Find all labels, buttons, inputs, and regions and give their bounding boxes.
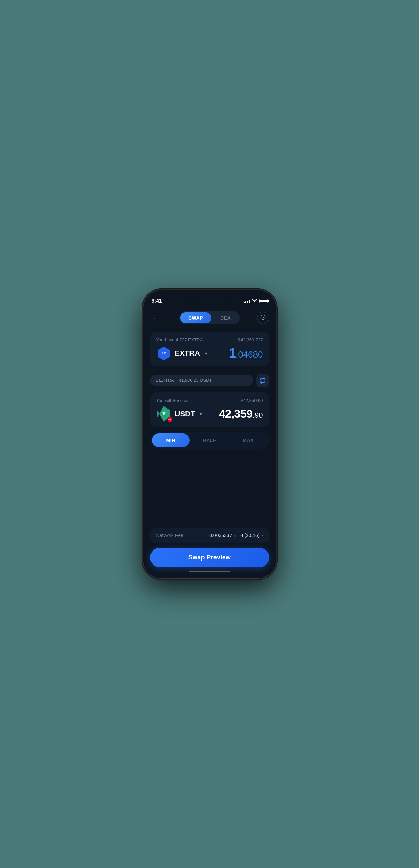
signal-bars-icon [244,299,250,303]
to-amount-decimal: .90 [252,411,263,419]
usdt-symbol: ₮ [162,411,165,416]
max-button[interactable]: MAX [229,433,267,447]
battery-icon [259,299,268,303]
phone-screen: 9:41 [143,290,276,578]
swap-direction-button[interactable] [256,374,269,387]
exchange-rate-text: 1 EXTRA = 41,986.23 USDT [156,378,212,383]
extra-logo: Ɛx [156,346,171,361]
from-amount[interactable]: 1.04680 [229,346,263,361]
home-indicator [189,571,230,572]
to-token-selector[interactable]: ₮ OP USDT ▾ [156,406,202,422]
from-amount-whole: 1 [229,346,236,360]
to-receive-usd: $42,359.90 [240,398,263,403]
network-fee-amount: 0.0035337 ETH ($0.46) [209,533,259,538]
phone-frame: 9:41 [143,290,276,579]
from-balance-usd: $42,360.737 [238,337,263,342]
tab-dex[interactable]: DEX [212,312,239,323]
to-receive-label: You will Receive [156,398,188,403]
from-balance-label: You have 4.737 EXTRA [156,337,203,342]
network-fee-value: 0.0035337 ETH ($0.46) › [209,533,263,538]
min-button[interactable]: MIN [152,433,190,447]
status-time: 9:41 [152,298,162,304]
history-icon [260,314,266,321]
to-header: You will Receive $42,359.90 [156,398,263,403]
to-amount-whole: 42,359 [219,407,252,420]
usdt-logo-wrapper: ₮ OP [156,406,171,422]
network-fee-label: Network Fee [156,533,183,538]
amount-buttons: MIN HALF MAX [150,432,269,449]
content-spacer [150,454,269,528]
swap-preview-button[interactable]: Swap Preview [150,548,269,567]
from-header: You have 4.737 EXTRA $42,360.737 [156,337,263,342]
from-token-selector[interactable]: Ɛx EXTRA ▾ [156,346,208,361]
to-amount: 42,359.90 [219,407,263,420]
network-fee-section[interactable]: Network Fee 0.0035337 ETH ($0.46) › [150,528,269,543]
wifi-icon [252,298,257,303]
exchange-rate-pill: 1 EXTRA = 41,986.23 USDT [150,375,253,386]
status-icons [244,298,268,303]
to-section: You will Receive $42,359.90 ₮ OP [150,392,269,427]
extra-hex-text: Ɛx [162,351,166,355]
from-section: You have 4.737 EXTRA $42,360.737 Ɛx EXTR… [150,332,269,366]
nav-tabs: SWAP DEX [179,311,240,324]
to-token-row: ₮ OP USDT ▾ 42,359.90 [156,406,263,422]
from-token-row: Ɛx EXTRA ▾ 1.04680 [156,346,263,361]
from-token-name: EXTRA [175,349,200,358]
to-token-chevron-icon: ▾ [200,411,202,417]
exchange-rate-row: 1 EXTRA = 41,986.23 USDT [150,371,269,390]
network-fee-chevron-icon: › [262,533,263,538]
swap-arrows-icon [260,377,266,384]
tab-swap[interactable]: SWAP [180,312,211,323]
main-content: You have 4.737 EXTRA $42,360.737 Ɛx EXTR… [143,328,276,578]
half-button[interactable]: HALF [191,433,228,447]
from-amount-decimal: .04680 [236,349,263,360]
notch [187,290,232,302]
back-arrow-icon: ← [153,314,160,322]
nav-bar: ← SWAP DEX [143,307,276,328]
op-badge: OP [167,417,173,422]
to-token-name: USDT [175,410,195,418]
from-token-chevron-icon: ▾ [205,351,207,356]
history-button[interactable] [257,312,269,324]
back-button[interactable]: ← [150,312,162,324]
